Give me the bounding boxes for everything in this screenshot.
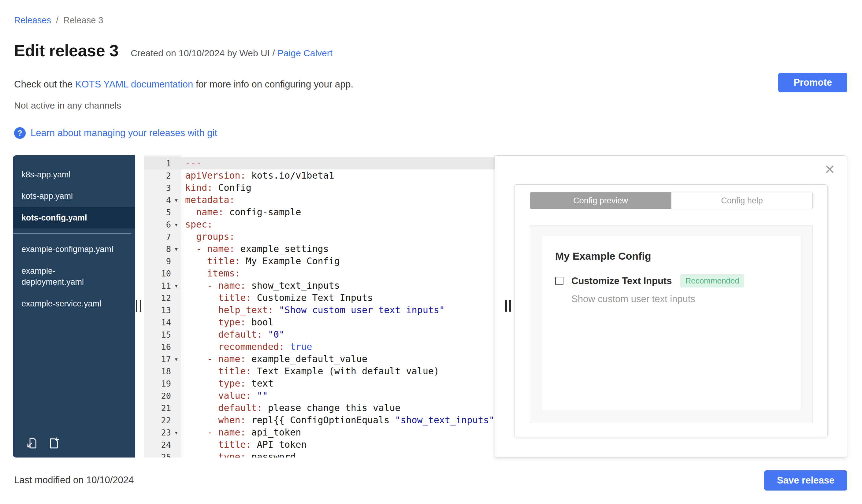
code-line[interactable]: 3kind: Config [144,182,495,194]
code-text: metadata: [181,194,235,206]
line-number: 4▾ [144,194,181,206]
code-text: - name: example_settings [181,243,329,255]
new-file-icon[interactable] [48,437,61,451]
code-line[interactable]: 18 title: Text Example (with default val… [144,365,495,377]
file-list: k8s-app.yamlkots-app.yamlkots-config.yam… [13,164,135,314]
line-number: 13 [144,304,181,316]
code-line[interactable]: 12 title: Customize Text Inputs [144,292,495,304]
code-line[interactable]: 25 type: password [144,451,495,457]
release-editor: k8s-app.yamlkots-app.yamlkots-config.yam… [13,155,847,457]
sidebar-file[interactable]: example-service.yaml [13,293,135,314]
code-line[interactable]: 23▾ - name: api_token [144,426,495,439]
code-line[interactable]: 5 name: config-sample [144,206,495,218]
breadcrumb-current: Release 3 [63,15,103,25]
tab-config-preview[interactable]: Config preview [530,193,671,209]
code-line[interactable]: 17▾ - name: example_default_value [144,353,495,365]
code-line[interactable]: 8▾ - name: example_settings [144,243,495,255]
help-icon[interactable]: ? [14,127,26,139]
fold-arrow-icon[interactable]: ▾ [171,355,181,363]
git-help-link[interactable]: ? Learn about managing your releases wit… [14,127,217,139]
code-text: spec: [181,218,213,230]
code-editor[interactable]: 1---2apiVersion: kots.io/v1beta13kind: C… [144,155,495,457]
upload-file-icon[interactable] [26,437,39,451]
docs-line-suffix: for more info on configuring your app. [193,79,353,90]
code-line[interactable]: 1--- [144,157,495,170]
config-item-help: Show custom user text inputs [571,294,788,305]
code-line[interactable]: 2apiVersion: kots.io/v1beta1 [144,170,495,182]
code-line[interactable]: 20 value: "" [144,389,495,402]
channel-status: Not active in any channels [14,100,121,111]
config-item-title: Customize Text Inputs [571,276,672,287]
line-number: 14 [144,316,181,329]
line-number: 19 [144,377,181,389]
sidebar-file[interactable]: kots-app.yaml [13,185,135,207]
save-release-button[interactable]: Save release [764,470,847,491]
docs-line: Check out the KOTS YAML documentation fo… [14,79,353,90]
recommended-badge: Recommended [680,274,744,288]
pane-resize-handle-left[interactable] [136,300,141,311]
preview-card: Config previewConfig help My Example Con… [514,184,828,437]
fold-arrow-icon[interactable]: ▾ [171,221,181,228]
code-line[interactable]: 13 help_text: "Show custom user text inp… [144,304,495,316]
code-text: value: "" [181,389,268,402]
tab-config-help[interactable]: Config help [671,193,812,209]
code-text: type: bool [181,316,273,329]
line-number: 11▾ [144,279,181,292]
code-text: --- [181,157,201,170]
docs-line-prefix: Check out the [14,79,75,90]
code-line[interactable]: 9 title: My Example Config [144,255,495,267]
code-line[interactable]: 15 default: "0" [144,329,495,341]
line-number: 21 [144,402,181,414]
breadcrumb-releases-link[interactable]: Releases [14,15,51,25]
author-link[interactable]: Paige Calvert [277,48,332,58]
file-list-divider [13,233,132,234]
line-number: 18 [144,365,181,377]
fold-arrow-icon[interactable]: ▾ [171,196,181,204]
code-line[interactable]: 11▾ - name: show_text_inputs [144,279,495,292]
code-line[interactable]: 6▾spec: [144,218,495,230]
line-number: 23▾ [144,426,181,439]
code-line[interactable]: 14 type: bool [144,316,495,329]
title-row: Edit release 3 Created on 10/10/2024 by … [14,41,332,60]
code-line[interactable]: 4▾metadata: [144,194,495,206]
sidebar-file[interactable]: k8s-app.yaml [13,164,135,185]
line-number: 16 [144,341,181,353]
code-line[interactable]: 22 when: repl{{ ConfigOptionEquals "show… [144,414,495,426]
fold-arrow-icon[interactable]: ▾ [171,282,181,290]
sidebar-file[interactable]: example-deployment.yaml [13,260,135,293]
promote-button[interactable]: Promote [778,73,847,92]
fold-arrow-icon[interactable]: ▾ [171,429,181,436]
pane-resize-handle-right[interactable] [505,300,511,311]
line-number: 12 [144,292,181,304]
code-text: - name: api_token [181,426,301,439]
code-line[interactable]: 7 groups: [144,230,495,243]
code-text: title: My Example Config [181,255,340,267]
breadcrumb: Releases / Release 3 [14,15,103,25]
kots-docs-link[interactable]: KOTS YAML documentation [75,79,193,90]
created-text: Created on 10/10/2024 by Web UI / [131,48,277,58]
code-text: apiVersion: kots.io/v1beta1 [181,170,334,182]
config-preview-area: My Example Config Customize Text Inputs … [530,225,813,423]
close-icon[interactable]: × [825,161,835,178]
sidebar-actions [26,437,61,451]
code-line[interactable]: 24 title: API token [144,439,495,451]
code-text: title: API token [181,439,306,451]
code-text: groups: [181,230,235,243]
git-help-label[interactable]: Learn about managing your releases with … [30,128,217,138]
code-line[interactable]: 16 recommended: true [144,341,495,353]
code-line[interactable]: 21 default: please change this value [144,402,495,414]
code-text: title: Customize Text Inputs [181,292,373,304]
config-group-title: My Example Config [555,250,788,262]
code-text: help_text: "Show custom user text inputs… [181,304,445,316]
line-number: 7 [144,230,181,243]
code-line[interactable]: 19 type: text [144,377,495,389]
fold-arrow-icon[interactable]: ▾ [171,245,181,253]
checkbox[interactable] [555,277,563,285]
line-number: 1 [144,157,181,170]
sidebar-file[interactable]: kots-config.yaml [13,207,135,228]
code-text: default: "0" [181,329,285,341]
line-number: 8▾ [144,243,181,255]
code-text: title: Text Example (with default value) [181,365,439,377]
code-line[interactable]: 10 items: [144,267,495,279]
sidebar-file[interactable]: example-configmap.yaml [13,239,135,260]
